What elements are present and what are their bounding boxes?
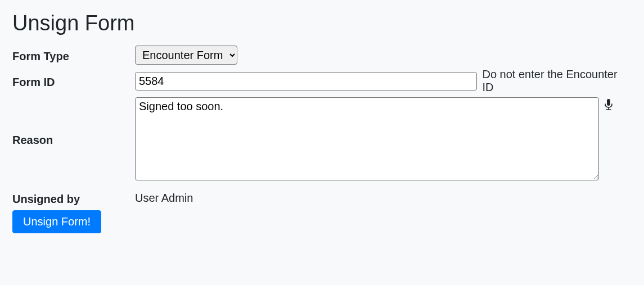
form-id-label: Form ID	[12, 74, 135, 89]
unsigned-by-label: Unsigned by	[12, 191, 135, 206]
svg-rect-0	[607, 99, 610, 106]
form-type-label: Form Type	[12, 48, 135, 63]
unsign-form-button[interactable]: Unsign Form!	[12, 210, 101, 233]
reason-row: Reason	[12, 97, 632, 180]
unsigned-by-value: User Admin	[135, 192, 193, 205]
microphone-icon[interactable]	[604, 97, 614, 113]
form-id-input[interactable]	[135, 72, 477, 91]
form-type-select[interactable]: Encounter Form	[135, 46, 237, 65]
page-title: Unsign Form	[12, 11, 632, 35]
unsigned-by-row: Unsigned by User Admin	[12, 191, 632, 206]
reason-textarea[interactable]	[135, 97, 599, 180]
form-id-hint: Do not enter the Encounter ID	[483, 68, 632, 94]
form-type-row: Form Type Encounter Form	[12, 46, 632, 65]
reason-label: Reason	[12, 132, 135, 147]
form-id-row: Form ID Do not enter the Encounter ID	[12, 68, 632, 94]
